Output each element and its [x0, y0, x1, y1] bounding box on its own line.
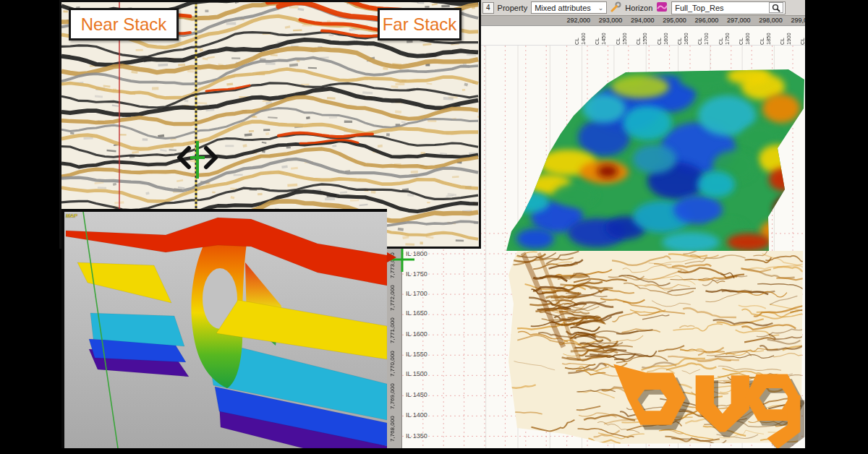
inline-tick-label: IL 1650 [406, 309, 427, 317]
inline-tick-label: IL 1500 [406, 370, 427, 377]
inline-tick-label: IL 1450 [406, 391, 427, 398]
easting-tick-label: 292,000 [566, 17, 590, 24]
property-dropdown[interactable]: Mixed attributes ⌄ [531, 1, 607, 14]
easting-tick-label: 294,000 [631, 17, 655, 24]
inline-tick-label: IL 1600 [406, 330, 427, 338]
easting-scale: 292,000293,000294,000295,000296,000297,0… [480, 16, 805, 26]
crossline-tick-label: CL 1850 [759, 27, 772, 45]
inline-tick-label: IL 1550 [406, 351, 427, 358]
easting-tick-label: 298,000 [759, 17, 783, 24]
northing-tick-label: 7,770,000 [389, 345, 396, 377]
far-stack-label: Far Stack [378, 8, 461, 40]
crossline-tick-label: CL 1500 [615, 27, 628, 45]
northing-tick-label: 7,768,000 [389, 410, 396, 442]
easting-tick-label: 293,000 [599, 17, 623, 24]
inline-tick-label: IL 1800 [406, 250, 427, 257]
search-icon[interactable] [769, 2, 783, 13]
inline-tick-label: IL 1700 [406, 290, 427, 297]
northing-tick-label: 7,771,000 [389, 312, 396, 343]
easting-tick-label: 296,000 [695, 17, 719, 24]
map-toolbar: 4 Property Mixed attributes ⌄ Horizon [480, 0, 805, 16]
crossline-tick-label: CL 1650 [676, 27, 689, 45]
horizon-label: Horizon [625, 4, 652, 12]
northing-tick-label: 7,772,000 [389, 279, 396, 311]
crossline-tick-label: CL 1600 [656, 27, 669, 45]
inline-tick-label: IL 1750 [406, 270, 427, 278]
inline-tick-label: IL 1350 [406, 432, 427, 440]
crossline-tick-label: CL 1700 [697, 27, 710, 45]
chevron-down-icon: ⌄ [598, 4, 604, 12]
dug-logo [610, 354, 805, 448]
property-label: Property [498, 4, 528, 12]
crossline-tick-label: CL 1900 [779, 27, 792, 45]
horizon-surfaces-3d[interactable] [64, 212, 387, 448]
horizon-value: Full_Top_Res [675, 4, 769, 12]
crossline-tick-label: CL 1950 [799, 27, 805, 45]
crossline-tick-label: CL 1550 [635, 27, 648, 45]
easting-tick-label: 295,000 [663, 17, 686, 24]
crossline-tick-label: CL 1400 [574, 27, 587, 45]
horizon-field[interactable]: Full_Top_Res [671, 1, 786, 14]
easting-tick-label: 299,000 [791, 17, 805, 24]
crossline-tick-label: CL 1750 [718, 27, 731, 45]
inline-tick-label: IL 1400 [406, 411, 427, 419]
pane-number-button[interactable]: 4 [482, 2, 494, 14]
northing-tick-label: 7,769,000 [389, 377, 396, 409]
wrench-icon[interactable] [610, 1, 621, 14]
crossline-tick-label: CL 1450 [594, 27, 607, 45]
viewer-3d-panel[interactable]: MAP [61, 209, 387, 448]
well-label: MAP [66, 213, 77, 218]
near-stack-label: Near Stack [69, 8, 179, 40]
crossline-tick-label: CL 1800 [738, 27, 751, 45]
screenshot-stage: 7,773,0007,772,0007,771,0007,770,0007,76… [0, 0, 868, 454]
northing-tick-label: 7,773,000 [389, 247, 396, 278]
easting-tick-label: 297,000 [727, 17, 751, 24]
property-value: Mixed attributes [535, 4, 591, 12]
horizon-icon [656, 1, 668, 14]
crossline-scale: CL 1400CL 1450CL 1500CL 1550CL 1600CL 16… [480, 26, 805, 46]
